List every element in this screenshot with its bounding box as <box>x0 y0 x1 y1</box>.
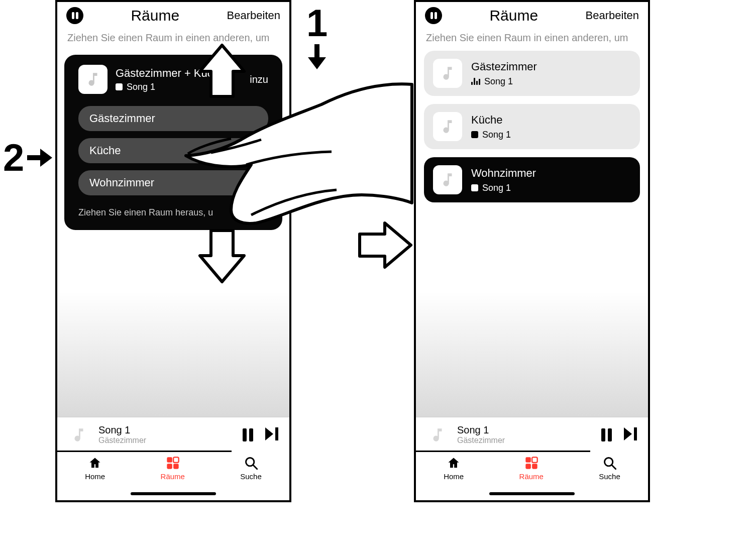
svg-rect-2 <box>173 457 179 463</box>
background-gradient <box>57 291 289 422</box>
edit-button[interactable]: Bearbeiten <box>227 9 280 22</box>
diagram-stage: 1 2 Räume Bearbeiten Ziehen Sie einen Ra… <box>0 0 756 559</box>
group-song: Song 1 <box>127 82 155 92</box>
tab-bar: Home Räume Suche <box>57 452 289 500</box>
tab-rooms-label: Räume <box>161 472 185 481</box>
stop-icon <box>471 184 478 191</box>
room-name: Wohnzimmer <box>471 167 536 180</box>
tab-home-label: Home <box>444 472 464 481</box>
music-note-icon <box>433 165 462 194</box>
tab-rooms[interactable]: Räume <box>161 456 185 481</box>
result-arrow-right-icon <box>358 221 413 269</box>
room-card[interactable]: Küche Song 1 <box>424 104 640 149</box>
svg-rect-8 <box>525 457 531 463</box>
nav-title: Räume <box>442 7 586 24</box>
pause-badge-icon[interactable] <box>425 7 442 24</box>
pinch-arrow-up-icon <box>198 43 246 98</box>
music-note-icon <box>433 112 462 141</box>
tab-search[interactable]: Suche <box>599 456 620 481</box>
callout-step-1: 1 <box>306 4 328 69</box>
callout-step-2: 2 <box>3 139 52 177</box>
nav-bar: Räume Bearbeiten <box>416 2 648 28</box>
tab-home[interactable]: Home <box>444 456 464 481</box>
tab-bar: Home Räume Suche <box>416 452 648 500</box>
svg-rect-9 <box>532 457 537 463</box>
tab-search[interactable]: Suche <box>240 456 262 481</box>
callout-2-arrow <box>27 149 52 167</box>
phone-right: Räume Bearbeiten Ziehen Sie einen Raum i… <box>414 0 650 502</box>
nowplaying-room: Gästezimmer <box>98 436 236 445</box>
grid-icon <box>166 456 180 470</box>
group-room-pill[interactable]: Wohnzimmer <box>78 170 268 195</box>
room-card[interactable]: Wohnzimmer Song 1 <box>424 157 640 202</box>
nav-bar: Räume Bearbeiten <box>57 2 289 28</box>
group-room-pill[interactable]: Gästezimmer <box>78 106 268 131</box>
room-name: Gästezimmer <box>471 60 537 73</box>
room-song: Song 1 <box>482 183 511 193</box>
edit-button[interactable]: Bearbeiten <box>586 9 639 22</box>
group-drag-hint: Ziehen Sie einen Raum heraus, u <box>78 207 268 218</box>
room-song: Song 1 <box>484 76 513 87</box>
svg-rect-3 <box>167 464 172 469</box>
pause-button[interactable] <box>243 428 253 441</box>
callout-1-arrow <box>308 44 326 69</box>
phone-left: Räume Bearbeiten Ziehen Sie einen Raum i… <box>55 0 291 502</box>
svg-rect-1 <box>167 457 172 463</box>
nowplaying-song: Song 1 <box>98 424 236 436</box>
tab-rooms-label: Räume <box>519 472 544 481</box>
callout-1-number: 1 <box>306 4 328 42</box>
grid-icon <box>524 456 538 470</box>
pause-button[interactable] <box>601 428 612 441</box>
svg-line-6 <box>253 465 257 469</box>
home-icon <box>88 456 102 470</box>
svg-rect-4 <box>173 464 179 469</box>
nowplaying-song: Song 1 <box>457 424 594 436</box>
home-icon <box>447 456 461 470</box>
music-note-icon <box>66 422 91 448</box>
room-name: Küche <box>471 114 511 127</box>
group-room-list: Gästezimmer Küche Wohnzimmer <box>78 106 268 195</box>
room-card[interactable]: Gästezimmer Song 1 <box>424 51 640 96</box>
callout-2-number: 2 <box>3 139 24 177</box>
nav-title: Räume <box>83 7 227 24</box>
tab-search-label: Suche <box>599 472 620 481</box>
svg-line-13 <box>611 465 615 469</box>
tab-home-label: Home <box>85 472 105 481</box>
music-note-icon <box>433 59 462 88</box>
tab-search-label: Suche <box>240 472 262 481</box>
room-group-card[interactable]: Gästezimmer + Küche Song 1 inzu Gästezim… <box>64 55 282 230</box>
equalizer-icon <box>471 78 480 85</box>
stop-icon <box>116 83 123 90</box>
search-icon <box>603 456 617 470</box>
svg-rect-0 <box>275 427 278 440</box>
room-song: Song 1 <box>482 130 511 140</box>
now-playing-bar[interactable]: Song 1 Gästezimmer <box>57 417 289 452</box>
svg-rect-11 <box>532 464 537 469</box>
music-note-icon <box>425 422 450 448</box>
rooms-hint: Ziehen Sie einen Raum in einen anderen, … <box>57 28 289 51</box>
room-card-list: Gästezimmer Song 1 Küche Song 1 Wohnzimm… <box>416 51 648 202</box>
next-track-button[interactable] <box>265 427 280 442</box>
now-playing-bar[interactable]: Song 1 Gästezimmer <box>416 417 648 452</box>
group-suffix-text: inzu <box>250 74 268 85</box>
group-room-pill[interactable]: Küche <box>78 138 268 163</box>
svg-rect-10 <box>525 464 531 469</box>
tab-rooms[interactable]: Räume <box>519 456 544 481</box>
stop-icon <box>471 131 478 138</box>
background-gradient <box>416 291 648 422</box>
home-indicator <box>131 492 216 495</box>
tab-home[interactable]: Home <box>85 456 105 481</box>
rooms-hint: Ziehen Sie einen Raum in einen anderen, … <box>416 28 648 51</box>
next-track-button[interactable] <box>624 427 639 442</box>
svg-rect-7 <box>634 427 637 440</box>
pinch-arrow-down-icon <box>198 229 246 284</box>
home-indicator <box>489 492 575 495</box>
music-note-icon <box>78 65 107 94</box>
pause-badge-icon[interactable] <box>66 7 83 24</box>
search-icon <box>244 456 258 470</box>
nowplaying-room: Gästezimmer <box>457 436 594 445</box>
